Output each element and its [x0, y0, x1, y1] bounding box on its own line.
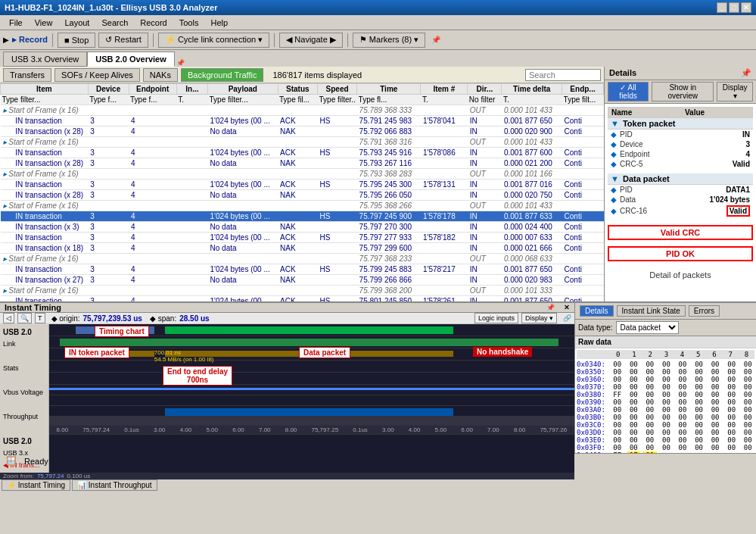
- navigate-button[interactable]: ◀ Navigate ▶: [279, 33, 343, 48]
- table-row[interactable]: ▸ Start of Frame (x 16) 75.795 368 266 O…: [1, 201, 604, 211]
- table-row[interactable]: IN transaction 3 4 1'024 bytes (00 ... A…: [1, 233, 604, 243]
- windows-start[interactable]: 🪟: [6, 456, 17, 466]
- filter-delta[interactable]: [502, 95, 562, 105]
- filter-item[interactable]: [1, 95, 89, 105]
- display-button[interactable]: Display ▾: [521, 313, 557, 323]
- tab-pin[interactable]: 📌: [176, 59, 185, 67]
- menu-view[interactable]: View: [29, 17, 59, 29]
- table-row[interactable]: IN transaction 3 4 1'024 bytes (00 ... A…: [1, 264, 604, 275]
- maximize-button[interactable]: □: [729, 2, 739, 13]
- tab-link-state[interactable]: Instant Link State: [617, 305, 686, 317]
- cycle-link-button[interactable]: ⚡ Cycle link connection ▾: [158, 33, 269, 48]
- tab-usb2[interactable]: USB 2.0 Overview: [87, 52, 175, 67]
- cell-item: IN transaction: [1, 296, 89, 302]
- table-row[interactable]: IN transaction (x 27) 3 4 No data NAK 75…: [1, 275, 604, 286]
- table-row[interactable]: IN transaction (x 3) 3 4 No data NAK 75.…: [1, 222, 604, 233]
- table-row[interactable]: IN transaction 3 4 1'024 bytes (00 ... H…: [1, 211, 604, 222]
- timing-chart[interactable]: 700.01 ns54.5 MB/s (on 1.00 l8) 8.00 75,…: [49, 324, 574, 473]
- filter-device[interactable]: [88, 95, 129, 105]
- timing-arrow-left[interactable]: ◁: [3, 313, 14, 323]
- expand-icon[interactable]: ▸: [3, 106, 7, 114]
- timing-close[interactable]: ✕: [564, 304, 570, 311]
- raw-data-content[interactable]: 0 1 2 3 4 5 6 7 8 0x0340:000000000000000…: [575, 348, 756, 453]
- table-row[interactable]: IN transaction 3 4 1'024 bytes (00 ... A…: [1, 116, 604, 126]
- expand-icon[interactable]: ▸: [3, 255, 7, 263]
- table-row[interactable]: ▸ Start of Frame (x 16) 75.791 368 316 O…: [1, 137, 604, 148]
- col-endpoint[interactable]: Endpoint: [129, 84, 176, 95]
- col-item[interactable]: Item: [1, 84, 89, 95]
- menu-layout[interactable]: Layout: [58, 17, 95, 29]
- data-expand-icon[interactable]: ▼: [611, 174, 619, 183]
- col-device[interactable]: Device: [88, 84, 129, 95]
- close-button[interactable]: ✕: [741, 2, 751, 13]
- table-row[interactable]: IN transaction 3 4 1'024 bytes (00 ... A…: [1, 148, 604, 158]
- tab-sofs[interactable]: SOFs / Keep Alives: [54, 68, 140, 82]
- token-expand-icon[interactable]: ▼: [611, 119, 619, 128]
- tab-errors[interactable]: Errors: [689, 305, 720, 317]
- tab-details[interactable]: Details: [580, 305, 614, 317]
- logic-inputs-button[interactable]: Logic inputs: [474, 313, 518, 323]
- table-row[interactable]: ▸ Start of Frame (x 16) 75.797 368 233 O…: [1, 254, 604, 264]
- expand-icon[interactable]: ▸: [3, 286, 7, 295]
- timing-attach[interactable]: 🔗: [563, 314, 571, 322]
- col-payload[interactable]: Payload: [208, 84, 278, 95]
- timing-pin[interactable]: 📌: [546, 304, 555, 311]
- tab-naks[interactable]: NAKs: [143, 68, 178, 82]
- col-speed[interactable]: Speed: [318, 84, 357, 95]
- table-row[interactable]: IN transaction (x 18) 3 4 No data NAK 75…: [1, 243, 604, 254]
- show-overview-button[interactable]: Show in overview: [652, 82, 714, 101]
- filter-dir[interactable]: [468, 95, 502, 105]
- table-row[interactable]: IN transaction 3 4 1'024 bytes (00 ... A…: [1, 180, 604, 190]
- table-row[interactable]: ▸ Start of Frame (x 16) 75.799 368 200 O…: [1, 286, 604, 296]
- menu-file[interactable]: File: [3, 17, 29, 29]
- filter-endpoint[interactable]: [129, 95, 176, 105]
- table-row[interactable]: IN transaction (x 28) 3 4 No data NAK 75…: [1, 190, 604, 201]
- col-dir[interactable]: Dir...: [468, 84, 502, 95]
- table-row[interactable]: ▸ Start of Frame (x 16) 75.789 368 333 O…: [1, 105, 604, 116]
- col-time[interactable]: Time: [357, 84, 421, 95]
- col-in[interactable]: In...: [176, 84, 207, 95]
- col-status[interactable]: Status: [278, 84, 317, 95]
- col-delta[interactable]: Time delta: [502, 84, 562, 95]
- menu-help[interactable]: Help: [204, 17, 234, 29]
- filter-in[interactable]: [176, 95, 207, 105]
- raw-byte-7-6: 00: [708, 414, 722, 421]
- filter-speed[interactable]: [318, 95, 357, 105]
- tab-usb3[interactable]: USB 3.x Overview: [3, 52, 87, 67]
- raw-type-select[interactable]: Data packet Token packet: [616, 321, 679, 334]
- filter-payload[interactable]: [208, 95, 278, 105]
- filter-status[interactable]: [278, 95, 317, 105]
- menu-tools[interactable]: Tools: [173, 17, 205, 29]
- instant-timing-tab[interactable]: ⚡ Instant Timing: [2, 479, 70, 491]
- table-row[interactable]: IN transaction (x 28) 3 4 No data NAK 75…: [1, 158, 604, 169]
- col-itemnum[interactable]: Item #: [421, 84, 468, 95]
- details-pin[interactable]: 📌: [741, 68, 751, 78]
- cell-in: [176, 180, 207, 190]
- menu-search[interactable]: Search: [95, 17, 134, 29]
- tab-background[interactable]: Background Traffic: [181, 68, 264, 82]
- search-input[interactable]: [525, 69, 601, 81]
- instant-throughput-tab[interactable]: 📊 Instant Throughput: [72, 479, 157, 491]
- filter-time[interactable]: [357, 95, 421, 105]
- menu-record[interactable]: Record: [134, 17, 173, 29]
- transfers-table[interactable]: Item Device Endpoint In... Payload Statu…: [0, 83, 604, 301]
- restart-button[interactable]: ↺ Restart: [98, 33, 148, 48]
- expand-icon[interactable]: ▸: [3, 138, 7, 146]
- all-fields-button[interactable]: ✓ All fields: [608, 82, 649, 101]
- tab-transfers[interactable]: Transfers: [3, 68, 51, 82]
- expand-icon[interactable]: ▸: [3, 201, 7, 210]
- timing-cursor[interactable]: T: [35, 313, 45, 323]
- minimize-button[interactable]: _: [717, 2, 727, 13]
- display-button[interactable]: Display ▾: [717, 82, 753, 101]
- filter-itemnum[interactable]: [421, 95, 468, 105]
- timing-zoom-in[interactable]: 🔍: [17, 313, 32, 323]
- table-row[interactable]: IN transaction (x 28) 3 4 No data NAK 75…: [1, 126, 604, 137]
- stop-button[interactable]: ■ Stop: [58, 33, 95, 48]
- markers-button[interactable]: ⚑ Markers (8) ▾: [353, 33, 425, 48]
- table-row[interactable]: ▸ Start of Frame (x 16) 75.793 368 283 O…: [1, 169, 604, 180]
- filter-endp[interactable]: [562, 95, 604, 105]
- token-pid-name: PID: [620, 130, 742, 139]
- col-endp[interactable]: Endp...: [562, 84, 604, 95]
- expand-icon[interactable]: ▸: [3, 170, 7, 178]
- table-row[interactable]: IN transaction 3 4 1'024 bytes (00 ... A…: [1, 296, 604, 302]
